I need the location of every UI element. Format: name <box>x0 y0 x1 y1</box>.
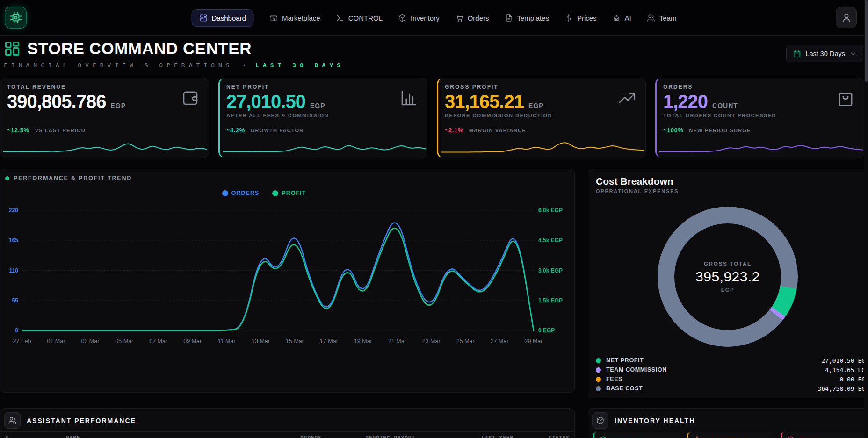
cost-item-label: NET PROFIT <box>606 357 644 364</box>
column-header-orders: ORDERS <box>270 435 322 438</box>
x-circle-icon <box>787 436 795 438</box>
nav-item-inventory[interactable]: Inventory <box>398 14 440 22</box>
dollar-icon <box>565 14 573 22</box>
chevron-down-icon <box>849 50 857 57</box>
kpi-delta-label: MARGIN VARIANCE <box>469 128 526 133</box>
kpi-unit: EGP <box>528 102 544 109</box>
kpi-unit: EGP <box>110 102 126 109</box>
package-icon-button[interactable] <box>592 412 608 429</box>
kpi-label: ORDERS <box>663 84 857 90</box>
inventory-stat-label: HEALTHY <box>611 437 644 438</box>
subtitle-text: FINANCIAL OVERVIEW & OPERATIONS <box>4 62 233 69</box>
cost-item-value: 0.00 EGP <box>839 376 868 383</box>
nav-item-label: Marketplace <box>282 14 320 22</box>
date-range-label: Last 30 Days <box>805 50 845 57</box>
inventory-stat-label: EMPTY <box>799 437 823 438</box>
nav-item-orders[interactable]: Orders <box>456 14 489 22</box>
date-range-selector[interactable]: Last 30 Days <box>786 45 863 62</box>
legend-dot <box>596 367 601 373</box>
column-header-rank: # <box>5 435 66 438</box>
svg-text:110: 110 <box>9 267 19 274</box>
kpi-card-orders: ORDERS1,220COUNTTOTAL ORDERS COUNT PROCE… <box>655 78 864 158</box>
donut-center: GROSS TOTAL 395,923.2 EGP <box>658 207 798 347</box>
svg-text:13 Mar: 13 Mar <box>252 338 270 345</box>
svg-text:4.5k EGP: 4.5k EGP <box>538 237 563 244</box>
user-icon <box>841 13 852 23</box>
inventory-stat-label: LOW STOCK <box>705 437 748 438</box>
bar-chart-icon <box>399 88 419 108</box>
nav-item-prices[interactable]: Prices <box>565 14 597 22</box>
shopping-bag-icon <box>836 88 855 108</box>
cost-item-label: FEES <box>606 376 622 382</box>
team-icon-button[interactable] <box>4 412 21 429</box>
svg-text:6.0k EGP: 6.0k EGP <box>538 207 563 214</box>
inventory-stat-empty: EMPTY68 <box>781 432 868 438</box>
scrollbar-thumb[interactable] <box>865 0 868 82</box>
cost-breakdown-subtitle: OPERATIONAL EXPENSES <box>596 188 868 194</box>
legend-dot <box>596 386 601 391</box>
kpi-delta-label: NEW PERIOD SURGE <box>689 128 751 133</box>
app-logo[interactable] <box>5 7 27 29</box>
trend-up-icon <box>617 88 637 108</box>
cost-item-label: BASE COST <box>606 385 643 392</box>
cost-legend-row-team-commission: TEAM COMMISSION4,154.65 EGP <box>596 365 868 374</box>
user-menu-button[interactable] <box>836 7 857 28</box>
svg-text:0: 0 <box>15 327 18 334</box>
assistant-performance-title: ASSISTANT PERFORMANCE <box>27 417 136 424</box>
inventory-stats: HEALTHY03LOW STOCK04EMPTY68 <box>588 431 868 438</box>
wallet-icon <box>181 88 200 108</box>
inventory-health-title: INVENTORY HEALTH <box>615 417 695 424</box>
svg-text:1.5k EGP: 1.5k EGP <box>538 297 563 304</box>
nav-item-label: CONTROL <box>348 14 383 22</box>
nav-item-control[interactable]: CONTROL <box>336 14 383 22</box>
nav-item-label: Dashboard <box>212 14 246 22</box>
chart-title: PERFORMANCE & PROFIT TREND <box>14 175 132 181</box>
nav-item-label: AI <box>625 14 631 22</box>
nav-item-dashboard[interactable]: Dashboard <box>192 9 254 27</box>
wallet-icon <box>181 88 200 108</box>
column-header-last-seen: LAST SEEN <box>415 435 514 438</box>
legend-item-orders[interactable]: ORDERS <box>222 190 259 196</box>
legend-label: ORDERS <box>231 190 259 196</box>
nav-item-marketplace[interactable]: Marketplace <box>270 14 320 22</box>
nav-item-label: Orders <box>468 14 489 22</box>
kpi-delta: ~100% <box>663 127 683 134</box>
nav-item-label: Templates <box>517 14 549 22</box>
svg-text:29 Mar: 29 Mar <box>525 338 543 345</box>
svg-text:23 Mar: 23 Mar <box>422 338 441 345</box>
bar-chart-icon <box>399 88 419 108</box>
scrollbar[interactable] <box>864 0 868 438</box>
table-header-row: #NAMEORDERSPENDING PAYOUTLAST SEENSTATUS <box>0 431 574 438</box>
legend-dot <box>272 190 278 196</box>
gross-total-label: GROSS TOTAL <box>704 261 752 266</box>
gross-total-value: 395,923.2 <box>695 269 760 285</box>
nav-item-ai[interactable]: AI <box>613 14 631 22</box>
package-icon <box>596 416 604 424</box>
legend-dot <box>222 190 228 196</box>
chip-icon <box>9 11 22 24</box>
nav-item-team[interactable]: Team <box>647 14 677 22</box>
trend-up-icon <box>617 88 637 108</box>
subtitle-range: LAST 30 DAYS <box>255 62 344 69</box>
nav-item-label: Inventory <box>411 14 440 22</box>
cost-item-value: 4,154.65 EGP <box>825 366 868 373</box>
cost-legend: NET PROFIT27,010.50 EGPTEAM COMMISSION4,… <box>596 356 868 393</box>
svg-text:55: 55 <box>12 297 19 304</box>
page-title: STORE COMMAND CENTER <box>27 39 252 58</box>
page-subtitle: FINANCIAL OVERVIEW & OPERATIONS • LAST 3… <box>4 62 344 69</box>
nav-item-templates[interactable]: Templates <box>505 14 549 22</box>
svg-text:09 Mar: 09 Mar <box>183 338 202 345</box>
legend-item-profit[interactable]: PROFIT <box>272 190 306 196</box>
kpi-value: 390,805.786 <box>7 92 106 111</box>
kpi-delta-label: VS LAST PERIOD <box>35 128 85 133</box>
page-header: STORE COMMAND CENTER FINANCIAL OVERVIEW … <box>0 36 868 78</box>
cart-icon <box>456 14 463 22</box>
kpi-value: 27,010.50 <box>226 92 305 111</box>
kpi-subtext: TOTAL ORDERS COUNT PROCESSED <box>663 113 857 118</box>
svg-text:21 Mar: 21 Mar <box>388 338 406 345</box>
kpi-sparkline <box>2 138 208 156</box>
assistant-performance-panel: ASSISTANT PERFORMANCE #NAMEORDERSPENDING… <box>0 408 575 438</box>
robot-icon <box>613 14 621 22</box>
kpi-unit: COUNT <box>712 102 738 109</box>
svg-text:15 Mar: 15 Mar <box>286 338 304 345</box>
